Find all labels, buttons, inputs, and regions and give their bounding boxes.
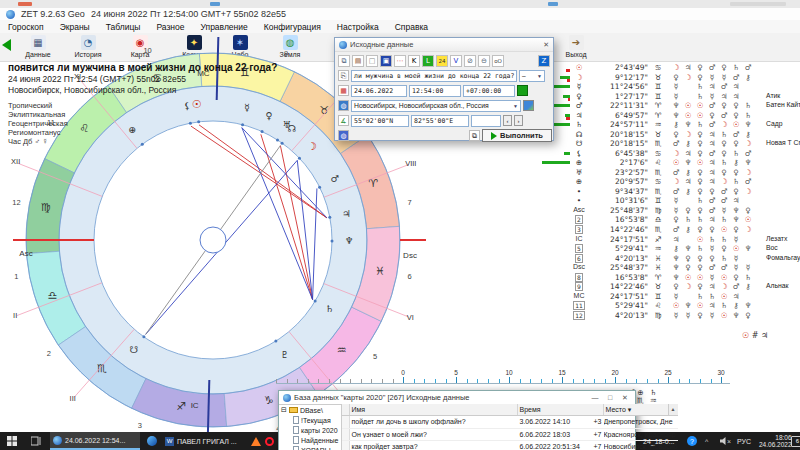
table-aspect-glyph: ☿	[718, 73, 730, 82]
time-input[interactable]: 12:54:00	[409, 85, 461, 97]
database-dialog-titlebar[interactable]: База данных "карты 2020" [267] Исходные …	[279, 391, 635, 405]
calendar-icon[interactable]: ▦	[338, 85, 349, 96]
coordinates-icon[interactable]: ∡	[338, 115, 349, 126]
tray-chevron[interactable]: ^	[702, 432, 711, 450]
close-icon[interactable]: ✕	[543, 41, 549, 49]
tree-item-ХОРАРЫ[interactable]: ХОРАРЫ	[281, 445, 339, 450]
prev-button[interactable]: ‹	[503, 115, 512, 126]
chart-setting-line: Эклиптикальная	[8, 110, 348, 119]
table-aspect-glyph: ☉	[682, 273, 694, 282]
taskbar-zet-task[interactable]: 24.06.2022 12:54...	[50, 432, 140, 450]
maximize-icon[interactable]: □	[604, 394, 616, 401]
column-header-Место[interactable]: Место ▾	[604, 404, 678, 415]
ruler-minor-tick	[340, 379, 341, 383]
place-combo[interactable]: Новосибирск, Новосибирская обл., Россия▼	[351, 100, 521, 112]
paste-icon[interactable]: ▤	[352, 55, 364, 67]
zet-logo-icon[interactable]: V	[450, 55, 462, 67]
taskbar-browser-icon[interactable]	[144, 432, 160, 450]
ruler-minor-tick	[393, 379, 394, 383]
nocircle-icon[interactable]: ⊘	[464, 55, 476, 67]
planet-dot-♇	[274, 340, 277, 343]
ruler-major-tick	[562, 377, 563, 383]
taskbar-help-icon[interactable]: ?	[684, 432, 700, 450]
table-aspect-glyph: ♄	[682, 215, 694, 224]
next-button[interactable]: ›	[514, 115, 523, 126]
red-ring-icon	[265, 437, 274, 446]
strike-icon[interactable]: ⊖	[478, 55, 490, 67]
minimize-icon[interactable]: —	[589, 394, 601, 401]
zodiac-glyph-♍: ♍	[41, 201, 51, 214]
rating-combo[interactable]: –▼	[519, 70, 545, 82]
calendar24-icon[interactable]: 24	[436, 55, 448, 67]
k-icon[interactable]: K	[408, 55, 420, 67]
planet-table-row: 816°53'8"♈♆☉☉☿☉♀♄	[540, 273, 798, 283]
database-row[interactable]: Он узнает о моей лжи?6.06.2022 18:03+7Кр…	[342, 429, 678, 442]
database-row[interactable]: как пройдет завтра?6.06.2022 20:51:34+7Н…	[342, 441, 678, 450]
planet-table-row: IC24°17'51"♐♃☉♄♄☿Лезатх	[540, 235, 798, 245]
globe-icon[interactable]: ◍	[338, 100, 349, 111]
input-dialog-titlebar[interactable]: Исходные данные ✕	[335, 38, 553, 52]
ruler-label: 15	[552, 369, 572, 376]
tree-item-!Текущая[interactable]: !Текущая	[281, 415, 339, 425]
atlas-icon[interactable]: ◍	[338, 130, 349, 141]
map-icon[interactable]	[523, 100, 534, 111]
run-button[interactable]: Выполнить	[482, 129, 552, 142]
table-aspect-glyph: ♃	[730, 82, 742, 91]
tray-speaker[interactable]: ×	[716, 432, 734, 450]
copy-icon[interactable]: ⧉	[338, 55, 350, 67]
taskbar-opera-icon[interactable]	[262, 432, 277, 450]
column-header-Время[interactable]: Время	[518, 404, 604, 415]
timezone-input[interactable]: +07:00:00	[463, 85, 515, 97]
play-icon	[491, 132, 497, 140]
longitude-input[interactable]: 82°55'00"E	[411, 115, 469, 127]
tree-root[interactable]: ⊟DBase\	[281, 405, 339, 415]
tray-language[interactable]: РУС	[734, 432, 754, 450]
marks-icon[interactable]: ⋯	[394, 55, 406, 67]
scrollbar-up-icon[interactable]: ▲	[668, 404, 678, 415]
database-row[interactable]: пойдет ли дочь в школу оффлайн?3.06.2022…	[342, 416, 678, 429]
table-aspect-glyph: ⚷	[670, 120, 682, 129]
status-green-square[interactable]	[517, 85, 528, 96]
table-aspect-glyph: ♆	[742, 158, 754, 167]
table-aspect-glyph: ♃	[682, 177, 694, 186]
house-roman-II: II	[13, 311, 17, 320]
column-header-Имя[interactable]: Имя	[350, 404, 518, 415]
event-icon[interactable]: ⎘	[338, 70, 349, 81]
table-aspect-glyph: ♂	[670, 139, 682, 148]
tree-root-label: DBase\	[300, 407, 323, 414]
date-input[interactable]: 24.06.2022	[351, 85, 407, 97]
radio-pair-icon[interactable]: oO	[492, 55, 504, 67]
planet-dot-♃	[328, 216, 331, 219]
zodiac-glyph-♓: ♓	[375, 265, 385, 278]
task-view-button[interactable]	[28, 432, 44, 450]
tree-item-карты 2020[interactable]: карты 2020	[281, 425, 339, 435]
tray-notifications[interactable]: 6	[788, 432, 800, 450]
house-number-12: 12	[12, 198, 20, 207]
start-button[interactable]	[4, 432, 20, 450]
planet-table-row: ♅23°2'57"♏♂⚷♀♃♀♀☽	[540, 168, 798, 178]
new-icon[interactable]: □	[366, 55, 378, 67]
tree-expand-icon[interactable]: ⊟	[281, 406, 287, 414]
l-icon[interactable]: L	[422, 55, 434, 67]
dialog-icon	[339, 41, 347, 49]
table-sign-glyph: ♓	[652, 254, 664, 263]
copy-icon[interactable]: ⧉	[469, 130, 480, 141]
table-aspect-glyph: ♆	[742, 301, 754, 310]
altitude-input[interactable]	[471, 115, 501, 127]
table-position: 1°27'17"	[584, 92, 648, 101]
ruler-minor-tick	[605, 379, 606, 383]
save-icon[interactable]: ▣	[380, 55, 392, 67]
close-icon[interactable]: ✕	[619, 394, 631, 402]
ruler-label: 0	[393, 369, 413, 376]
question-input[interactable]: ли мужчина в моей жизни до конца 22 года…	[351, 70, 517, 82]
taskbar-word-task[interactable]: WПАВЕЛ ГРИГАЛ ...	[162, 432, 246, 450]
planet-glyph-♄: ♄	[325, 303, 334, 314]
planet-table-row: 314°22'46"♏♂⚷♀♀☉♀☽	[540, 225, 798, 235]
table-aspect-glyph: ♂	[718, 82, 730, 91]
z-icon[interactable]: Z	[538, 55, 550, 67]
latitude-input[interactable]: 55°02'00"N	[351, 115, 409, 127]
row-selector-cell	[342, 416, 350, 428]
planet-table-row: ☋20°18'15"♏♂⚷♀♃♀♀☽Новая T Crb	[540, 139, 798, 149]
tree-item-Найденные[interactable]: Найденные	[281, 435, 339, 445]
table-aspect-glyph: ☿	[706, 92, 718, 101]
